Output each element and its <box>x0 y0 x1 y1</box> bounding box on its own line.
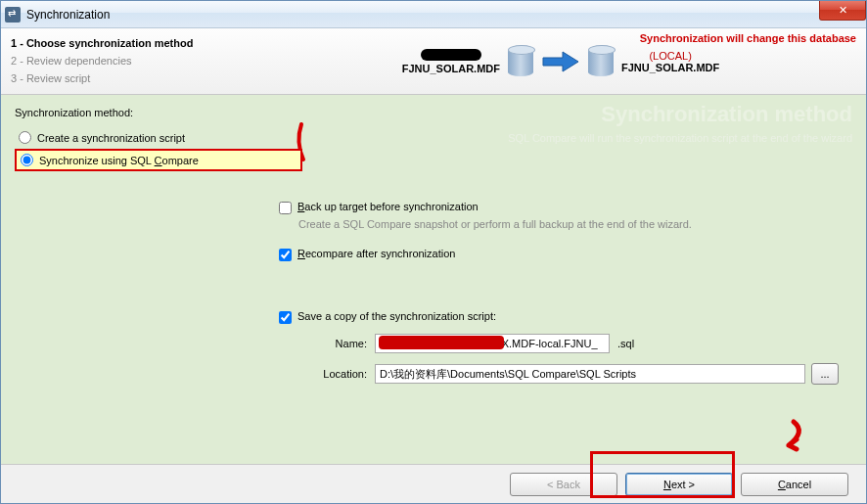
wizard-steps: 1 - Choose synchronization method 2 - Re… <box>11 34 265 88</box>
arrow-right-icon <box>541 50 580 73</box>
sync-icon <box>5 7 21 23</box>
check-recompare[interactable] <box>279 249 292 261</box>
check-recompare-label[interactable]: Recompare after synchronization <box>297 248 455 259</box>
titlebar: Synchronization ✕ <box>1 1 866 28</box>
step-3: 3 - Review script <box>11 69 265 87</box>
footer: < Back Next > Cancel <box>1 464 866 503</box>
check-recompare-row[interactable]: Recompare after synchronization <box>279 248 852 261</box>
save-block: Save a copy of the synchronization scrip… <box>279 310 852 385</box>
database-icon <box>588 47 614 76</box>
window-title: Synchronization <box>26 8 110 22</box>
name-field-wrap: .sql <box>375 334 634 353</box>
name-label: Name: <box>298 338 367 349</box>
source-db-block: FJNU_SOLAR.MDF <box>402 49 500 74</box>
radio-create-script[interactable] <box>19 131 31 144</box>
check-save-copy-label[interactable]: Save a copy of the synchronization scrip… <box>297 310 496 322</box>
next-button[interactable]: Next > <box>625 473 733 496</box>
location-label: Location: <box>298 368 367 380</box>
section-title: Synchronization method: <box>15 107 852 118</box>
target-db-label: FJNU_SOLAR.MDF <box>621 62 719 73</box>
check-backup-label[interactable]: Back up target before synchronization <box>297 201 479 212</box>
check-save-copy-row[interactable]: Save a copy of the synchronization scrip… <box>279 310 852 324</box>
close-icon: ✕ <box>839 4 847 17</box>
name-input[interactable] <box>375 334 610 353</box>
step-2: 2 - Review dependencies <box>11 52 265 69</box>
radio-sync-compare-label[interactable]: Synchronize using SQL Compare <box>39 155 199 166</box>
location-row: Location: ... <box>298 363 852 385</box>
database-icon <box>508 47 533 76</box>
target-server-label: (LOCAL) <box>621 50 719 62</box>
radio-sync-compare[interactable] <box>21 154 33 166</box>
name-row: Name: .sql <box>298 334 852 353</box>
check-backup[interactable] <box>279 202 292 214</box>
check-backup-row[interactable]: Back up target before synchronization <box>279 201 852 214</box>
back-button[interactable]: < Back <box>510 473 617 496</box>
content-pane: Synchronization method SQL Compare will … <box>1 95 866 464</box>
radio-create-script-label[interactable]: Create a synchronization script <box>37 132 185 144</box>
name-ext: .sql <box>617 338 634 349</box>
target-db-block: (LOCAL) FJNU_SOLAR.MDF <box>621 50 719 73</box>
options-block: Back up target before synchronization Cr… <box>279 201 852 385</box>
check-save-copy[interactable] <box>279 311 292 324</box>
radio-sync-compare-row[interactable]: Synchronize using SQL Compare <box>15 149 302 171</box>
change-warning: Synchronization will change this databas… <box>640 32 856 44</box>
step-1: 1 - Choose synchronization method <box>11 34 265 52</box>
location-input[interactable] <box>375 364 805 384</box>
source-db-label: FJNU_SOLAR.MDF <box>402 63 500 74</box>
cancel-button[interactable]: Cancel <box>741 473 848 496</box>
close-button[interactable]: ✕ <box>819 1 866 21</box>
header-pane: 1 - Choose synchronization method 2 - Re… <box>1 28 866 95</box>
sync-wizard-window: Synchronization ✕ 1 - Choose synchroniza… <box>0 0 867 504</box>
backup-desc: Create a SQL Compare snapshot or perform… <box>298 218 852 230</box>
browse-button[interactable]: ... <box>811 363 839 385</box>
redacted-source-server <box>421 49 481 61</box>
radio-create-script-row[interactable]: Create a synchronization script <box>15 128 302 147</box>
